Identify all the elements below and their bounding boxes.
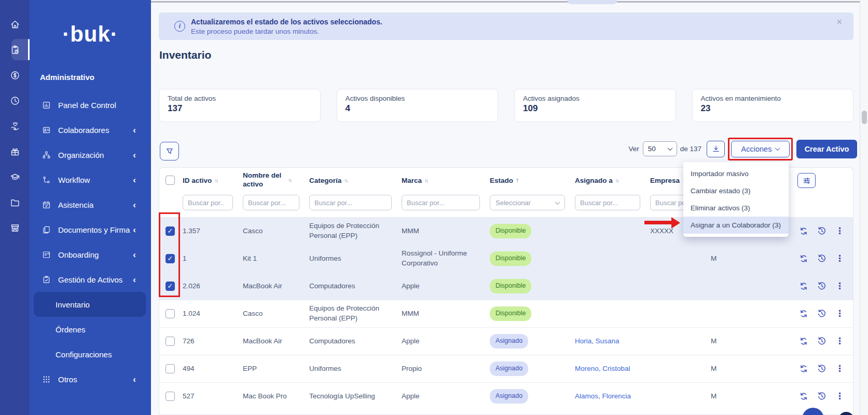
history-icon[interactable] <box>817 309 826 318</box>
kebab-menu-icon[interactable]: ⋮ <box>835 392 844 401</box>
sort-icon: ↑ <box>516 177 519 184</box>
sidebar-subitem--rdenes[interactable]: Órdenes <box>34 317 146 342</box>
filter-input-marca[interactable] <box>402 195 480 210</box>
rail-item-time[interactable] <box>0 88 30 113</box>
column-header-nombre-del-activo[interactable]: Nombre del activo↑↓ <box>239 171 306 189</box>
cell-empresa <box>646 338 707 344</box>
rail-item-benefits[interactable] <box>0 113 30 139</box>
download-button[interactable] <box>707 141 725 157</box>
scrollbar-thumb[interactable] <box>862 111 867 124</box>
assignee-link[interactable]: Alamos, Florencia <box>575 392 631 400</box>
sidebar-item-onboarding[interactable]: Onboarding‹ <box>30 242 151 267</box>
banner-close-icon[interactable]: × <box>836 17 842 28</box>
filter-button[interactable] <box>160 142 179 160</box>
menu-item-3[interactable]: Asignar a un Colaborador (3) <box>683 217 789 234</box>
estado-filter-placeholder: Seleccionar <box>495 199 531 207</box>
kebab-menu-icon[interactable]: ⋮ <box>835 282 844 291</box>
stats-row: Total de activos137Activos disponibles4A… <box>159 89 853 122</box>
kebab-menu-icon[interactable]: ⋮ <box>835 254 844 263</box>
column-header-asignado-a[interactable]: Asignado a↑↓ <box>571 177 646 184</box>
column-header-marca[interactable]: Marca↑↓ <box>398 177 486 184</box>
column-header-categor-a[interactable]: Categoría↑↓ <box>306 177 398 184</box>
stat-value: 109 <box>523 103 667 114</box>
crear-activo-button[interactable]: Crear Activo <box>796 140 857 158</box>
cell-nombre: Kit 1 <box>239 251 306 267</box>
history-icon[interactable] <box>817 337 826 346</box>
cell-nombre: Casco <box>239 306 306 322</box>
rail-item-remunerations[interactable] <box>0 62 30 88</box>
cell-asignado <box>571 228 646 234</box>
sync-icon[interactable] <box>799 364 808 373</box>
page-title: Inventario <box>159 49 211 61</box>
cell-categoria: Equipos de Protección Personal (EPP) <box>306 301 398 327</box>
filter-input-id-activo[interactable] <box>183 195 233 210</box>
rail-item-training[interactable] <box>0 164 30 190</box>
menu-item-2[interactable]: Eliminar activos (3) <box>683 199 789 217</box>
kebab-menu-icon[interactable]: ⋮ <box>835 337 844 346</box>
assignee-link[interactable]: Horia, Susana <box>575 337 619 345</box>
column-header-label: Estado <box>490 177 513 184</box>
sidebar-item-label: Workflow <box>58 176 133 184</box>
filter-input-asignado-a[interactable] <box>575 195 640 210</box>
row-checkbox[interactable]: ✓ <box>166 226 175 236</box>
cell-extra: M <box>707 333 737 350</box>
rail-item-culture[interactable] <box>0 139 30 164</box>
sidebar-item-gesti-n-de-activos[interactable]: Gestión de Activos‹ <box>30 267 151 292</box>
history-icon[interactable] <box>817 226 826 236</box>
cell-id: 1.357 <box>179 223 239 239</box>
sync-icon[interactable] <box>799 337 808 346</box>
row-checkbox[interactable] <box>166 309 175 318</box>
sync-icon[interactable] <box>799 309 808 318</box>
sync-icon[interactable] <box>799 282 808 291</box>
history-icon[interactable] <box>817 392 826 401</box>
sidebar-subitem-inventario[interactable]: Inventario <box>34 292 146 317</box>
sidebar-item-otros[interactable]: Otros‹ <box>30 367 151 392</box>
page-size-select[interactable]: 50 <box>643 141 677 156</box>
history-icon[interactable] <box>817 282 826 291</box>
sync-icon[interactable] <box>799 392 808 401</box>
sidebar-item-colaboradores[interactable]: Colaboradores‹ <box>30 117 151 142</box>
row-checkbox[interactable] <box>166 337 175 346</box>
table-row: ✓1Kit 1UniformesRossignol - Uniforme Cor… <box>159 245 853 272</box>
rail-item-home[interactable] <box>0 11 30 37</box>
rail-item-marketplace[interactable] <box>0 215 30 240</box>
filter-input-nombre-del-activo[interactable] <box>243 195 299 210</box>
cell-empresa <box>646 283 707 289</box>
row-checkbox[interactable] <box>166 364 175 373</box>
menu-item-0[interactable]: Importador masivo <box>683 165 789 182</box>
column-settings-button[interactable] <box>797 173 816 188</box>
cell-marca: Propio <box>398 361 486 377</box>
sidebar-subitem-configuraciones[interactable]: Configuraciones <box>34 342 146 367</box>
sidebar-item-panel-de-control[interactable]: Panel de Control <box>30 92 151 117</box>
kebab-menu-icon[interactable]: ⋮ <box>835 309 844 318</box>
sync-icon[interactable] <box>799 254 808 263</box>
sync-icon[interactable] <box>799 226 808 236</box>
estado-filter-select[interactable]: Seleccionar <box>490 195 565 210</box>
cell-id: 1 <box>179 251 239 267</box>
acciones-button[interactable]: Acciones <box>731 141 790 157</box>
cell-categoria: Tecnología UpSelling <box>306 389 398 405</box>
history-icon[interactable] <box>817 254 826 263</box>
kebab-menu-icon[interactable]: ⋮ <box>835 364 844 373</box>
history-icon[interactable] <box>817 364 826 373</box>
chevron-left-icon: ‹ <box>133 250 136 259</box>
rail-item-files[interactable] <box>0 190 30 215</box>
stat-label: Activos asignados <box>523 95 667 102</box>
row-checkbox[interactable]: ✓ <box>166 282 175 291</box>
kebab-menu-icon[interactable]: ⋮ <box>835 226 844 236</box>
select-all-checkbox[interactable] <box>166 176 175 185</box>
assignee-link[interactable]: Moreno, Cristobal <box>575 365 630 372</box>
sidebar-item-workflow[interactable]: Workflow‹ <box>30 167 151 192</box>
row-checkbox[interactable]: ✓ <box>166 254 175 263</box>
menu-item-1[interactable]: Cambiar estado (3) <box>683 182 789 199</box>
row-checkbox-cell <box>159 389 179 404</box>
sidebar-item-asistencia[interactable]: Asistencia‹ <box>30 192 151 217</box>
column-header-id-activo[interactable]: ID activo↑↓ <box>179 177 239 184</box>
sidebar-item-organizaci-n[interactable]: Organización‹ <box>30 142 151 167</box>
sidebar-item-documentos-y-firma[interactable]: Documentos y Firma‹ <box>30 217 151 242</box>
column-header-estado[interactable]: Estado↑ <box>486 177 571 184</box>
rail-item-asset-management[interactable] <box>0 37 30 62</box>
cell-marca: MMM <box>398 306 486 322</box>
row-checkbox[interactable] <box>166 392 175 401</box>
filter-input-categor-a[interactable] <box>309 195 392 210</box>
